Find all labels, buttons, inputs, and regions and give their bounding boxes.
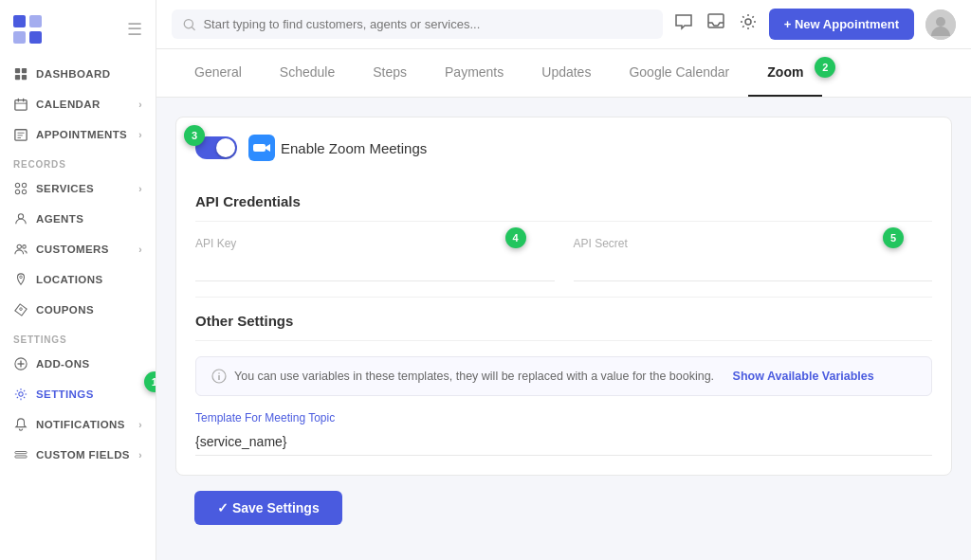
api-key-input[interactable] <box>195 254 555 281</box>
custom-fields-chevron: › <box>138 450 142 461</box>
sidebar-item-locations[interactable]: Locations <box>0 264 156 295</box>
api-credentials-section: API Credentials API Key 4 API Secret 5 <box>176 178 951 298</box>
svg-point-18 <box>15 190 19 193</box>
customers-icon <box>13 242 28 257</box>
avatar[interactable] <box>925 9 956 40</box>
appointments-icon <box>13 127 28 142</box>
calendar-chevron: › <box>138 99 142 110</box>
sidebar-item-customers-label: Customers <box>36 244 109 255</box>
info-icon <box>211 369 227 384</box>
sidebar-item-appointments[interactable]: Appointments › <box>0 119 156 150</box>
save-settings-button[interactable]: ✓ Save Settings <box>194 491 342 525</box>
save-section: ✓ Save Settings <box>175 491 952 544</box>
inbox-icon[interactable] <box>706 12 725 36</box>
info-text: You can use variables in these templates… <box>234 370 714 383</box>
svg-rect-1 <box>29 15 42 27</box>
sidebar-logo-area: ☰ <box>0 0 156 59</box>
api-key-label: API Key <box>195 237 555 250</box>
sidebar-item-calendar[interactable]: Calendar › <box>0 89 156 119</box>
toggle-badge: 3 <box>184 125 205 146</box>
svg-point-31 <box>184 19 192 27</box>
zoom-enable-label: Enable Zoom Meetings <box>281 140 427 156</box>
appointments-chevron: › <box>138 130 142 140</box>
search-bar[interactable] <box>172 9 663 39</box>
svg-point-21 <box>17 244 21 248</box>
sidebar-item-notifications[interactable]: Notifications › <box>0 409 156 440</box>
sidebar-item-appointments-label: Appointments <box>36 129 127 140</box>
sidebar-item-addons[interactable]: Add-Ons <box>0 349 156 379</box>
sidebar-item-customers[interactable]: Customers › <box>0 234 156 264</box>
calendar-icon <box>13 97 28 112</box>
tab-general[interactable]: General <box>175 49 261 97</box>
addons-icon <box>13 356 28 371</box>
sidebar-item-custom-fields[interactable]: Custom Fields › <box>0 440 156 470</box>
zoom-tab-badge: 2 <box>815 57 835 78</box>
svg-point-39 <box>218 372 220 374</box>
tab-steps[interactable]: Steps <box>354 49 426 97</box>
sidebar: ☰ Dashboard Calendar › Appointments › Re… <box>0 0 156 560</box>
locations-icon <box>13 272 28 287</box>
sidebar-item-agents-label: Agents <box>36 213 83 225</box>
records-section-label: Records <box>0 150 156 173</box>
settings-badge: 1 <box>144 371 156 392</box>
hamburger-icon[interactable]: ☰ <box>127 19 142 40</box>
sidebar-item-coupons[interactable]: Coupons <box>0 295 156 325</box>
svg-rect-2 <box>13 31 26 44</box>
sidebar-item-calendar-label: Calendar <box>36 99 101 110</box>
svg-rect-7 <box>22 75 27 80</box>
svg-rect-3 <box>29 31 42 44</box>
tabs-bar: General Schedule Steps Payments Updates … <box>156 49 971 98</box>
custom-fields-icon <box>13 447 28 462</box>
tab-schedule[interactable]: Schedule <box>261 49 354 97</box>
coupons-icon <box>13 302 28 317</box>
dashboard-icon <box>13 66 28 81</box>
sidebar-item-dashboard[interactable]: Dashboard <box>0 59 156 89</box>
zoom-toggle-row: 3 Enable Zoom Meetings <box>176 117 951 178</box>
tab-payments[interactable]: Payments <box>426 49 522 97</box>
show-variables-link[interactable]: Show Available Variables <box>733 370 874 383</box>
services-icon <box>13 181 28 196</box>
tab-google-calendar[interactable]: Google Calendar <box>610 49 748 97</box>
new-appointment-button[interactable]: + New Appointment <box>769 9 914 40</box>
sidebar-item-notifications-label: Notifications <box>36 419 125 430</box>
svg-rect-6 <box>15 75 20 80</box>
services-chevron: › <box>138 184 142 194</box>
search-input[interactable] <box>203 17 650 31</box>
zoom-toggle-card: 3 Enable Zoom Meetings API Credentials A… <box>175 117 952 476</box>
api-secret-badge: 5 <box>883 227 904 248</box>
template-input[interactable] <box>195 428 932 456</box>
tab-zoom[interactable]: Zoom 2 <box>748 49 822 97</box>
svg-point-17 <box>22 183 26 187</box>
search-icon <box>183 18 195 31</box>
svg-point-23 <box>20 276 23 279</box>
svg-point-20 <box>18 214 23 219</box>
svg-rect-5 <box>22 68 27 73</box>
notifications-chevron: › <box>138 420 142 430</box>
api-key-field: API Key 4 <box>195 237 555 281</box>
svg-rect-8 <box>15 100 27 111</box>
sidebar-item-settings[interactable]: Settings 1 <box>0 379 156 409</box>
sidebar-item-coupons-label: Coupons <box>36 304 94 316</box>
other-settings-title: Other Settings <box>195 298 932 341</box>
svg-rect-4 <box>15 68 20 73</box>
settings-section-label: Settings <box>0 325 156 349</box>
settings-gear-icon[interactable] <box>739 12 758 36</box>
sidebar-item-agents[interactable]: Agents <box>0 204 156 234</box>
tab-updates[interactable]: Updates <box>522 49 610 97</box>
template-field: Template For Meeting Topic <box>195 411 932 475</box>
sidebar-item-services[interactable]: Services › <box>0 173 156 204</box>
sidebar-item-dashboard-label: Dashboard <box>36 68 110 80</box>
topbar-icons <box>674 12 758 36</box>
template-label: Template For Meeting Topic <box>195 411 932 425</box>
svg-rect-29 <box>15 452 27 454</box>
api-secret-input[interactable] <box>574 254 933 281</box>
main-area: + New Appointment General Schedule Steps… <box>156 0 971 560</box>
svg-point-22 <box>23 245 27 249</box>
zoom-logo: Enable Zoom Meetings <box>248 135 427 161</box>
api-secret-label: API Secret <box>574 237 933 250</box>
svg-line-32 <box>192 27 194 29</box>
chat-icon[interactable] <box>674 12 693 36</box>
notifications-icon <box>13 417 28 432</box>
content-area: General Schedule Steps Payments Updates … <box>156 49 971 560</box>
toggle-wrapper: 3 <box>195 136 237 159</box>
